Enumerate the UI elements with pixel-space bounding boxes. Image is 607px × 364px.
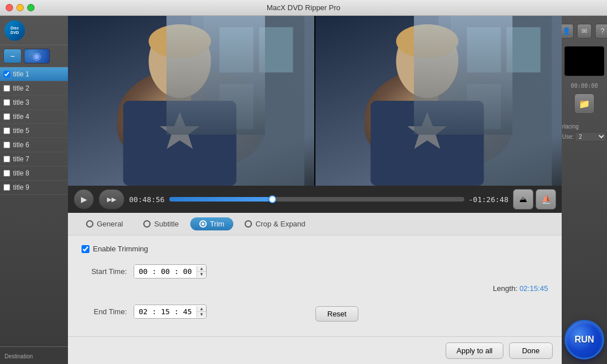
tab-general[interactable]: General: [77, 217, 132, 230]
mail-icon-button[interactable]: ✉: [577, 24, 592, 38]
sidebar: DiscDVD − ◉ title 1 title 2 title 3: [0, 16, 68, 364]
title-6-checkbox[interactable]: [3, 142, 10, 148]
use-select[interactable]: 1 2 3 4: [575, 132, 606, 142]
progress-bar[interactable]: [169, 197, 464, 202]
scene-buttons: ⛰ ⛵: [513, 189, 556, 209]
folder-icon: 📁: [579, 99, 590, 109]
tabs-panel: General Subtitle Trim Crop & Expand: [68, 213, 562, 364]
main-content: ▶ ▶▶ 00:48:56 -01:26:48 ⛰ ⛵: [68, 16, 562, 364]
reset-button[interactable]: Reset: [315, 306, 358, 322]
scene-start-button[interactable]: ⛰: [513, 189, 533, 209]
help-icon: ?: [601, 27, 605, 35]
run-label: RUN: [575, 335, 595, 345]
length-row: Length: 02:15:45: [82, 284, 548, 293]
end-time-down[interactable]: ▼: [197, 312, 206, 318]
svg-rect-10: [507, 27, 541, 72]
sidebar-item-label: title 6: [13, 141, 29, 149]
title-5-checkbox[interactable]: [3, 127, 10, 134]
trim-radio[interactable]: [199, 220, 207, 228]
end-time-up[interactable]: ▲: [197, 306, 206, 312]
sidebar-item-label: title 2: [13, 84, 29, 92]
run-button[interactable]: RUN: [565, 320, 604, 359]
player-controls: ▶ ▶▶ 00:48:56 -01:26:48 ⛰ ⛵: [68, 186, 562, 213]
end-time-input[interactable]: [134, 305, 196, 318]
enable-trim-checkbox[interactable]: [82, 245, 89, 253]
help-icon-button[interactable]: ?: [595, 24, 607, 38]
start-time-up[interactable]: ▲: [197, 266, 206, 272]
folder-button[interactable]: 📁: [574, 93, 595, 114]
play-button[interactable]: ▶: [74, 189, 94, 209]
minus-icon: −: [10, 52, 15, 61]
destination-bar: Destination: [0, 346, 68, 364]
sidebar-item-label: title 1: [13, 70, 29, 78]
enable-trim-row: Enable Trimming: [82, 245, 548, 253]
end-time-spinner: ▲ ▼: [196, 306, 206, 318]
end-time-label: End Time:: [82, 307, 127, 316]
title-7-checkbox[interactable]: [3, 156, 10, 162]
title-9-checkbox[interactable]: [3, 184, 10, 191]
title-1-checkbox[interactable]: [3, 71, 10, 78]
bottom-bar: Apply to all Done: [68, 336, 562, 364]
tab-crop-expand[interactable]: Crop & Expand: [236, 217, 314, 230]
sidebar-item-title-6[interactable]: title 6: [0, 138, 68, 152]
fast-forward-button[interactable]: ▶▶: [99, 189, 125, 209]
crop-tab-label: Crop & Expand: [255, 220, 305, 228]
right-video-preview: [565, 46, 604, 76]
general-radio[interactable]: [86, 220, 93, 228]
sidebar-item-label: title 8: [13, 169, 29, 177]
close-button[interactable]: [6, 4, 13, 11]
start-time-row: Start Time: ▲ ▼: [82, 264, 548, 279]
sidebar-controls: − ◉: [0, 45, 68, 67]
title-4-checkbox[interactable]: [3, 113, 10, 120]
interlacing-section: rlacing Use: 1 2 3 4: [562, 121, 607, 142]
destination-label: Destination: [5, 353, 33, 359]
person-icon: 👤: [562, 27, 571, 35]
start-time-spinner: ▲ ▼: [196, 266, 206, 277]
crop-radio[interactable]: [245, 220, 252, 228]
sidebar-item-title-5[interactable]: title 5: [0, 124, 68, 138]
enable-trim-label: Enable Trimming: [93, 245, 148, 253]
minus-control-button[interactable]: −: [3, 49, 22, 63]
video-panel-right: [315, 16, 562, 186]
window-title: MacX DVD Ripper Pro: [267, 3, 340, 12]
subtitle-tab-label: Subtitle: [154, 220, 178, 228]
window-controls[interactable]: [6, 4, 35, 11]
sidebar-item-title-2[interactable]: title 2: [0, 82, 68, 96]
svg-rect-3: [220, 84, 254, 129]
tab-subtitle[interactable]: Subtitle: [134, 217, 187, 230]
sidebar-item-title-8[interactable]: title 8: [0, 166, 68, 181]
title-8-checkbox[interactable]: [3, 170, 10, 177]
scene-end-button[interactable]: ⛵: [536, 189, 556, 209]
title-2-checkbox[interactable]: [3, 85, 10, 92]
done-button[interactable]: Done: [509, 342, 553, 359]
svg-rect-1: [220, 27, 254, 72]
subtitle-radio[interactable]: [143, 220, 151, 228]
apply-to-all-button[interactable]: Apply to all: [446, 342, 503, 359]
sidebar-item-title-7[interactable]: title 7: [0, 152, 68, 166]
trim-content: Enable Trimming Start Time: ▲ ▼ Length:: [68, 235, 562, 336]
end-time-input-group: ▲ ▼: [134, 305, 207, 319]
logo-area: DiscDVD: [0, 16, 68, 45]
current-time: 00:48:56: [129, 195, 165, 204]
start-time-down[interactable]: ▼: [197, 272, 206, 277]
minimize-button[interactable]: [16, 4, 24, 11]
end-time: -01:26:48: [469, 195, 508, 204]
svg-point-5: [149, 24, 211, 58]
sidebar-item-title-9[interactable]: title 9: [0, 181, 68, 195]
play-icon: ▶: [81, 195, 87, 204]
title-3-checkbox[interactable]: [3, 99, 10, 106]
progress-handle[interactable]: [268, 195, 276, 203]
disc-button[interactable]: ◉: [24, 49, 50, 63]
sidebar-item-title-4[interactable]: title 4: [0, 110, 68, 124]
maximize-button[interactable]: [27, 4, 35, 11]
video-panel-left: [68, 16, 314, 186]
right-preview-time: 00:00:00: [571, 83, 598, 89]
sidebar-item-title-3[interactable]: title 3: [0, 96, 68, 110]
tab-trim[interactable]: Trim: [190, 217, 234, 230]
title-list: title 1 title 2 title 3 title 4 title 5 …: [0, 67, 68, 346]
sidebar-item-label: title 9: [13, 183, 29, 191]
trim-tab-label: Trim: [210, 220, 225, 228]
svg-point-13: [396, 24, 459, 58]
start-time-input[interactable]: [134, 265, 196, 278]
sidebar-item-title-1[interactable]: title 1: [0, 67, 68, 82]
